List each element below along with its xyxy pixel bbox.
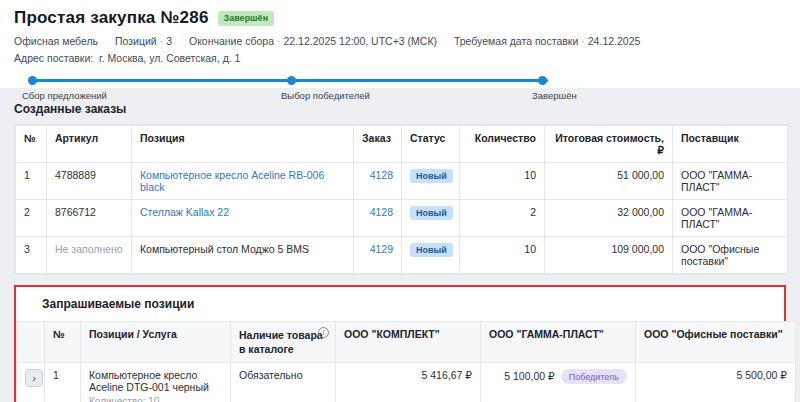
info-icon[interactable]: i — [318, 327, 329, 338]
page-title: Простая закупка №286 — [14, 8, 209, 28]
delivery-address: Адрес поставки: г. Москва, ул. Советская… — [14, 52, 786, 64]
table-row: 3 Не заполнено Компьютерный стол Моджо 5… — [16, 237, 788, 274]
positions-meta: Позиций·3 — [115, 35, 172, 47]
step-dot-icon — [28, 76, 37, 85]
separator: · — [277, 35, 281, 47]
expand-row-button[interactable]: › — [25, 369, 43, 387]
step-dot-icon — [538, 76, 547, 85]
requested-header-row: № Позиции / Услуга Наличие товара в ката… — [17, 322, 796, 363]
position-link[interactable]: Стеллаж Kallax 22 — [140, 206, 229, 218]
delivery-date-meta: Требуемая дата поставки·24.12.2025 — [454, 35, 640, 47]
step-winner-selection: Выбор победителей — [281, 76, 370, 101]
col-article: Артикул — [47, 126, 132, 163]
col-qty: Количество — [460, 126, 545, 163]
col-order: Заказ — [354, 126, 402, 163]
position-qty: Количество: 10 — [89, 396, 222, 402]
price-gamma: 5 100,00 ₽Победитель — [481, 363, 636, 402]
page-header: Простая закупка №286 Завершён Офисная ме… — [0, 0, 800, 88]
table-row: 2 8766712 Стеллаж Kallax 22 4128 Новый 2… — [16, 200, 788, 237]
orders-table: № Артикул Позиция Заказ Статус Количеств… — [14, 124, 786, 275]
col-supplier-office: ООО "Офисные поставки" — [636, 322, 796, 363]
step-collection: Сбор предложений — [22, 76, 107, 101]
col-supplier-komplekt: ООО "КОМПЛЕКТ" — [336, 322, 481, 363]
position-link[interactable]: Компьютерное кресло Aceline RB-006 black — [140, 169, 324, 193]
table-row: 1 4788889 Компьютерное кресло Aceline RB… — [16, 163, 788, 200]
winner-badge: Победитель — [561, 369, 627, 384]
order-link[interactable]: 4128 — [370, 206, 393, 218]
col-position: Позиция — [132, 126, 354, 163]
status-badge: Завершён — [218, 11, 275, 26]
step-dot-icon — [287, 76, 296, 85]
col-num: № — [16, 126, 47, 163]
order-link[interactable]: 4128 — [370, 169, 393, 181]
position-name: Компьютерное кресло Aceline DTG-001 черн… — [89, 369, 222, 393]
order-status-badge: Новый — [410, 206, 453, 220]
requested-positions-section: Запрашиваемые позиции № Позиции / Услуга… — [14, 285, 786, 402]
separator: · — [581, 35, 585, 47]
article-not-filled: Не заполнено — [47, 237, 132, 274]
separator: · — [160, 35, 164, 47]
col-status: Статус — [402, 126, 460, 163]
col-availability: Наличие товара в каталоге i — [231, 322, 336, 363]
order-status-badge: Новый — [410, 169, 453, 183]
purchase-meta: Офисная мебель Позиций·3 Окончание сбора… — [14, 35, 786, 47]
col-supplier-gamma: ООО "ГАММА-ПЛАСТ" — [481, 322, 636, 363]
col-position-service: Позиции / Услуга — [81, 322, 231, 363]
orders-header-row: № Артикул Позиция Заказ Статус Количеств… — [16, 126, 788, 163]
table-row: › 1 Компьютерное кресло Aceline DTG-001 … — [17, 363, 796, 402]
step-completed: Завершён — [532, 76, 577, 101]
col-total: Итоговая стоимость, ₽ — [545, 126, 673, 163]
price-office: 5 500,00 ₽ — [636, 363, 796, 402]
collection-end-meta: Окончание сбора·22.12.2025 12:00, UTC+3 … — [189, 35, 437, 47]
progress-stepper: Сбор предложений Выбор победителей Завер… — [14, 76, 786, 106]
col-expand — [17, 322, 45, 363]
price-komplekt: 5 416,67 ₽ — [336, 363, 481, 402]
requested-section-title: Запрашиваемые позиции — [42, 297, 774, 311]
col-supplier: Поставщик — [673, 126, 788, 163]
order-link[interactable]: 4129 — [370, 243, 393, 255]
col-num: № — [45, 322, 81, 363]
order-status-badge: Новый — [410, 243, 453, 257]
category-label: Офисная мебель — [14, 35, 98, 47]
